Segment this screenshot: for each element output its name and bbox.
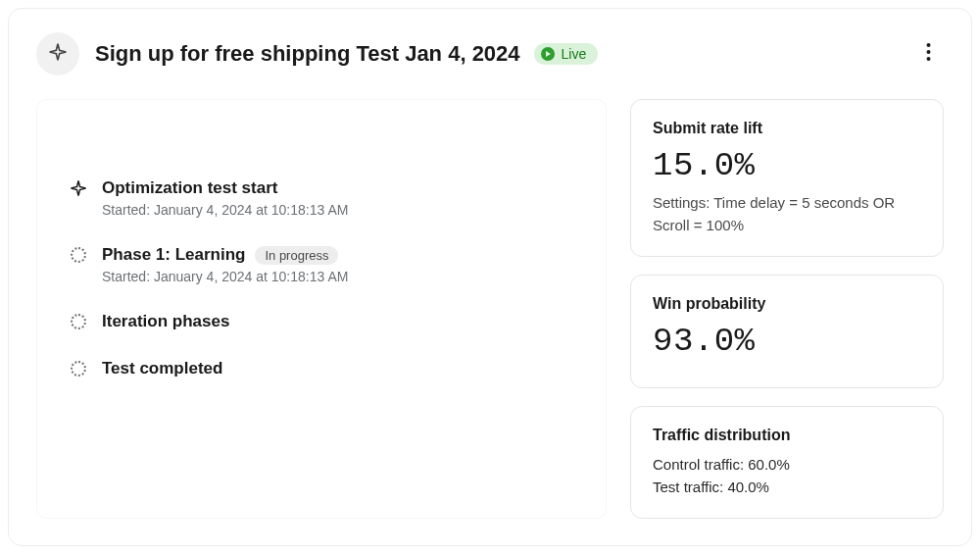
timeline-item-phase1: Phase 1: Learning In progress Started: J… bbox=[67, 245, 576, 312]
control-traffic-line: Control traffic: 60.0% bbox=[653, 454, 921, 477]
test-traffic-line: Test traffic: 40.0% bbox=[653, 477, 921, 499]
timeline-item-start: Optimization test start Started: January… bbox=[67, 178, 576, 245]
sparkle-icon bbox=[48, 42, 68, 66]
timeline-item-subtitle: Started: January 4, 2024 at 10:18:13 AM bbox=[102, 202, 576, 218]
page-title: Sign up for free shipping Test Jan 4, 20… bbox=[95, 41, 520, 67]
header-icon-circle bbox=[36, 32, 79, 76]
timeline-item-title: Iteration phases bbox=[102, 312, 576, 331]
submit-rate-card: Submit rate lift 15.0% Settings: Time de… bbox=[630, 99, 944, 257]
timeline-item-title: Optimization test start bbox=[102, 178, 576, 198]
dotted-circle-icon bbox=[69, 245, 88, 265]
stat-value: 15.0% bbox=[653, 147, 921, 184]
stat-label: Submit rate lift bbox=[653, 120, 921, 137]
content-row: Optimization test start Started: January… bbox=[9, 99, 971, 538]
stat-settings: Settings: Time delay = 5 seconds OR Scro… bbox=[653, 192, 921, 236]
timeline-card: Optimization test start Started: January… bbox=[36, 99, 607, 519]
stat-label: Win probability bbox=[653, 295, 921, 313]
timeline-item-iteration: Iteration phases bbox=[67, 312, 576, 359]
sparkle-icon bbox=[69, 178, 88, 198]
timeline-item-subtitle: Started: January 4, 2024 at 10:18:13 AM bbox=[102, 269, 576, 284]
timeline-item-title: Phase 1: Learning bbox=[102, 245, 245, 265]
status-badge-live: Live bbox=[534, 43, 599, 65]
win-probability-card: Win probability 93.0% bbox=[630, 275, 944, 388]
svg-point-2 bbox=[926, 43, 930, 47]
play-circle-icon bbox=[540, 46, 556, 62]
page-header: Sign up for free shipping Test Jan 4, 20… bbox=[9, 9, 971, 99]
traffic-distribution-card: Traffic distribution Control traffic: 60… bbox=[630, 406, 944, 519]
timeline-item-completed: Test completed bbox=[67, 359, 576, 378]
svg-point-4 bbox=[926, 57, 930, 61]
stats-sidebar: Submit rate lift 15.0% Settings: Time de… bbox=[630, 99, 944, 519]
status-badge-label: Live bbox=[562, 46, 587, 62]
dotted-circle-icon bbox=[69, 359, 88, 378]
stat-value: 93.0% bbox=[653, 323, 921, 360]
more-actions-button[interactable] bbox=[912, 38, 944, 70]
timeline-list: Optimization test start Started: January… bbox=[67, 139, 576, 378]
timeline-item-title: Test completed bbox=[102, 359, 576, 378]
progress-badge: In progress bbox=[255, 246, 338, 265]
dotted-circle-icon bbox=[69, 312, 88, 331]
vertical-dots-icon bbox=[926, 42, 931, 66]
page-container: Sign up for free shipping Test Jan 4, 20… bbox=[8, 8, 972, 546]
stat-label: Traffic distribution bbox=[653, 427, 921, 444]
svg-point-3 bbox=[926, 50, 930, 54]
